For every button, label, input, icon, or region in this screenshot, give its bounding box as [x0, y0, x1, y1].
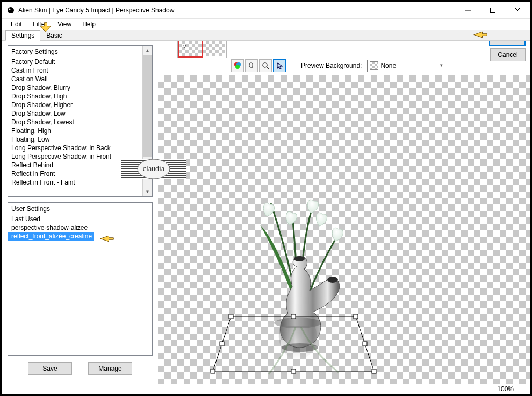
svg-rect-21 [363, 342, 367, 346]
list-item[interactable]: Long Perspective Shadow, in Front [8, 152, 142, 161]
svg-rect-18 [229, 314, 233, 319]
svg-point-13 [294, 256, 305, 261]
tab-settings[interactable]: Settings [5, 30, 40, 41]
svg-rect-20 [354, 314, 358, 319]
navigator-thumb[interactable] [203, 41, 225, 56]
preview-canvas[interactable] [158, 75, 530, 384]
list-item[interactable]: Factory Default [8, 58, 142, 66]
menu-edit[interactable]: Edit [6, 19, 26, 29]
list-item[interactable]: Drop Shadow, High [8, 92, 142, 101]
scroll-up-icon[interactable]: ▲ [143, 46, 152, 55]
close-button[interactable] [505, 2, 530, 18]
tabbar: Settings Basic [2, 30, 530, 41]
list-item[interactable]: Reflect in Front [8, 169, 142, 178]
cancel-button[interactable]: Cancel [490, 48, 526, 61]
list-item[interactable]: Drop Shadow, Lowest [8, 118, 142, 126]
svg-marker-12 [277, 63, 282, 69]
list-item[interactable]: Drop Shadow, Blurry [8, 83, 142, 92]
list-item[interactable]: Floating, Low [8, 135, 142, 144]
pointer-icon [99, 233, 114, 245]
svg-rect-25 [220, 342, 224, 346]
svg-marker-17 [213, 316, 374, 371]
svg-rect-3 [491, 8, 495, 13]
navigator-strip: v [177, 41, 227, 58]
move-tool-icon[interactable] [273, 59, 286, 72]
tab-basic[interactable]: Basic [40, 30, 68, 40]
svg-point-0 [8, 7, 14, 13]
menubar: Edit Filter View Help [2, 19, 530, 30]
hand-tool-icon[interactable] [245, 59, 258, 72]
manage-button[interactable]: Manage [88, 362, 132, 375]
preview-bg-value: None [380, 62, 396, 69]
save-button[interactable]: Save [28, 362, 72, 375]
scroll-thumb[interactable] [143, 55, 152, 157]
transform-bounding-box[interactable] [210, 312, 376, 384]
preview-bg-dropdown[interactable]: None ▾ [367, 60, 445, 72]
navigator-thumb[interactable]: v [179, 41, 202, 56]
transparency-swatch-icon [370, 61, 378, 70]
scroll-down-icon[interactable]: ▼ [143, 187, 152, 196]
list-item[interactable]: Reflect in Front - Faint [8, 178, 142, 187]
list-item[interactable]: perspective-shadow-alizee [8, 223, 152, 232]
ok-button[interactable]: OK [489, 41, 526, 46]
svg-point-14 [327, 277, 338, 283]
list-item-selected[interactable]: reflect_front_alizée_crealine [8, 232, 94, 241]
menu-help[interactable]: Help [78, 19, 100, 29]
svg-rect-23 [291, 369, 296, 373]
list-item[interactable]: Floating, High [8, 126, 142, 135]
list-item[interactable]: Cast on Wall [8, 75, 142, 83]
svg-point-1 [9, 9, 11, 10]
list-item[interactable]: Drop Shadow, Low [8, 109, 142, 118]
factory-settings-header: Factory Settings [8, 46, 142, 58]
svg-line-11 [267, 67, 269, 69]
svg-point-10 [263, 63, 267, 67]
chevron-down-icon: ▾ [440, 62, 443, 68]
svg-rect-24 [211, 369, 215, 373]
svg-rect-19 [291, 314, 296, 319]
svg-rect-22 [372, 369, 376, 373]
user-settings-header: User Settings [8, 203, 152, 215]
menu-view[interactable]: View [53, 19, 76, 29]
menu-filter[interactable]: Filter [28, 19, 52, 29]
window-title: Alien Skin | Eye Candy 5 Impact | Perspe… [18, 6, 174, 14]
svg-point-9 [235, 65, 240, 69]
zoom-tool-icon[interactable] [259, 59, 272, 72]
list-item[interactable]: Last Used [8, 215, 152, 223]
maximize-button[interactable] [480, 2, 505, 18]
list-item[interactable]: Long Perspective Shadow, in Back [8, 144, 142, 152]
factory-scrollbar[interactable]: ▲ ▼ [142, 46, 152, 196]
preview-bg-label: Preview Background: [301, 62, 362, 69]
user-settings-list[interactable]: User Settings Last Used perspective-shad… [8, 202, 153, 356]
minimize-button[interactable] [456, 2, 480, 18]
list-item[interactable]: Drop Shadow, Higher [8, 101, 142, 109]
app-icon [6, 6, 15, 15]
factory-settings-list[interactable]: Factory Settings Factory Default Cast in… [8, 45, 153, 197]
zoom-level: 100% [497, 385, 514, 393]
list-item[interactable]: Reflect Behind [8, 161, 142, 169]
color-tool-icon[interactable] [231, 59, 244, 72]
svg-marker-6 [100, 236, 114, 242]
list-item[interactable]: Cast in Front [8, 66, 142, 75]
